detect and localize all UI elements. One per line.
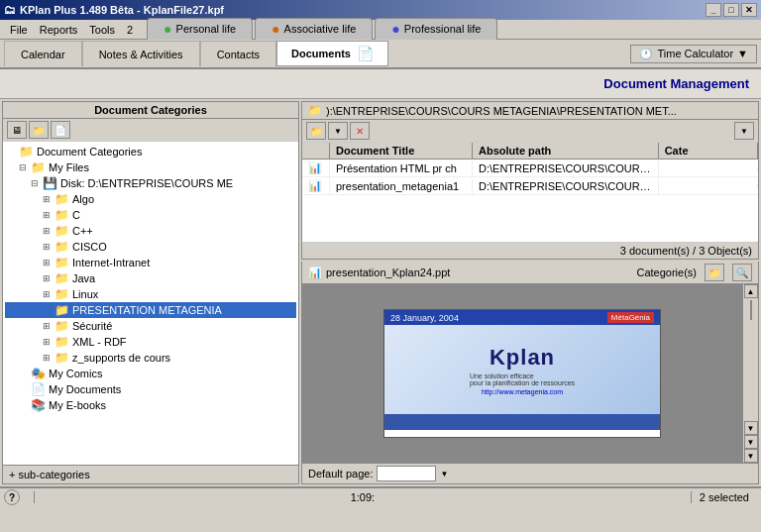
tab-professional-life[interactable]: ● Professional life (375, 18, 497, 40)
table-row[interactable]: 📊 Présentation HTML pr ch D:\ENTREPRISE\… (302, 160, 758, 177)
menu-tools[interactable]: Tools (83, 22, 121, 38)
folder-path-icon: 📁 (308, 104, 322, 117)
scroll-up-btn[interactable]: ▲ (744, 284, 758, 298)
tree-expand-icon[interactable]: ⊟ (31, 178, 43, 188)
tree-expand-icon[interactable]: ⊞ (43, 210, 54, 220)
default-page-label: Default page: (308, 468, 373, 479)
tree-expand-icon[interactable]: ⊟ (19, 162, 31, 172)
main-content: Document Categories 🖥 📁 📄 📁Document Cate… (0, 99, 761, 486)
tree-node[interactable]: 📄My Documents (5, 381, 296, 397)
tree-node-label: Document Categories (37, 146, 142, 158)
maximize-button[interactable]: □ (723, 3, 739, 17)
scroll-down2-btn[interactable]: ▼ (744, 435, 758, 449)
nav-contacts[interactable]: Contacts (200, 41, 276, 66)
tree-expand-icon[interactable]: ⊞ (43, 353, 54, 363)
toolbar-arrow-btn[interactable]: ▼ (328, 122, 348, 140)
default-page-input[interactable] (377, 466, 436, 481)
preview-search-btn[interactable]: 🔍 (732, 264, 752, 281)
tree-node[interactable]: ⊞📁XML - RDF (5, 334, 296, 350)
nav-documents[interactable]: Documents 📄 (276, 41, 388, 66)
help-icon: ? (4, 489, 20, 505)
menu-reports[interactable]: Reports (34, 22, 84, 38)
col-title: Document Title (330, 143, 473, 159)
folder-icon-btn[interactable]: 📁 (29, 121, 49, 139)
folder-icon: 📁 (54, 192, 69, 206)
nav-calendar[interactable]: Calendar (4, 41, 82, 66)
tab-personal-life[interactable]: ● Personal life (147, 18, 253, 40)
tree-node-label: My Files (49, 161, 89, 173)
slide-header: 28 January, 2004 MétaGénia (384, 310, 660, 325)
tree-node[interactable]: 📁Document Categories (5, 144, 296, 160)
nav-documents-label: Documents (291, 48, 351, 59)
toolbar-folder-btn[interactable]: 📁 (306, 122, 326, 140)
tree-expand-icon[interactable]: ⊞ (43, 273, 54, 283)
slide-link: http://www.metagenia.com (482, 388, 563, 395)
tree-node[interactable]: ⊞📁Sécurité (5, 318, 296, 334)
tree-node[interactable]: ⊞📁CISCO (5, 239, 296, 255)
menu-2[interactable]: 2 (121, 22, 139, 38)
tree-node[interactable]: ⊞📁C (5, 207, 296, 223)
tree-node[interactable]: 📁PRESENTATION METAGENIA (5, 302, 296, 318)
tree-node[interactable]: ⊞📁Java (5, 270, 296, 286)
dropdown-arrow-icon: ▼ (737, 48, 748, 59)
tree-node[interactable]: ⊞📁z_supports de cours (5, 350, 296, 366)
tree-node[interactable]: ⊞📁Internet-Intranet (5, 255, 296, 270)
slide-title: Kplan (489, 345, 555, 371)
disk-icon: 💾 (43, 176, 57, 190)
tree-expand-icon[interactable]: ⊞ (43, 289, 54, 299)
tree-area[interactable]: 📁Document Categories⊟📁My Files⊟💾Disk: D:… (3, 142, 298, 465)
close-button[interactable]: ✕ (741, 3, 757, 17)
td-path: D:\ENTREPRISE\COURS\COURS METAGE (473, 160, 659, 176)
tree-node[interactable]: ⊞📁Linux (5, 286, 296, 302)
tree-node[interactable]: ⊞📁C++ (5, 223, 296, 239)
folder-icon: 📁 (54, 335, 69, 349)
help-button[interactable]: ? (4, 489, 34, 505)
clock-icon: 🕐 (639, 48, 653, 60)
table-header: Document Title Absolute path Cate (302, 143, 758, 160)
table-row[interactable]: 📊 presentation_metagenia1 D:\ENTREPRISE\… (302, 177, 758, 195)
tree-node-label: Algo (72, 193, 94, 205)
tree-node[interactable]: ⊟📁My Files (5, 160, 296, 175)
tree-node-label: CISCO (72, 241, 107, 253)
time-calculator-button[interactable]: 🕐 Time Calculator ▼ (630, 45, 757, 63)
scroll-down3-btn[interactable]: ▼ (744, 449, 758, 463)
tree-node-label: My E-books (49, 399, 106, 411)
app-title: KPlan Plus 1.489 Bêta - KplanFile27.kpf (20, 4, 224, 16)
tree-expand-icon[interactable]: ⊞ (43, 242, 54, 252)
tree-node[interactable]: ⊞📁Algo (5, 191, 296, 207)
dropdown-arrow-icon[interactable]: ▼ (440, 470, 448, 479)
preview-header-right: Categorie(s) 📁 🔍 (636, 264, 752, 281)
minimize-button[interactable]: _ (706, 3, 721, 17)
tree-node-label: Internet-Intranet (72, 257, 150, 268)
tree-expand-icon[interactable]: ⊞ (43, 321, 54, 331)
tree-expand-icon[interactable]: ⊞ (43, 258, 54, 267)
slide-date: 28 January, 2004 (390, 313, 459, 323)
tree-expand-icon[interactable]: ⊞ (43, 337, 54, 347)
toolbar-left-group: 📁 ▼ ✕ (306, 122, 370, 140)
td-title: presentation_metagenia1 (330, 178, 473, 194)
preview-folder-btn[interactable]: 📁 (705, 264, 724, 281)
monitor-icon-btn[interactable]: 🖥 (7, 121, 27, 139)
documents-icon: 📄 (357, 46, 374, 61)
preview-slide-area: 28 January, 2004 MétaGénia Kplan Une sol… (302, 284, 742, 463)
scroll-track (748, 298, 754, 421)
app-icon: 🗂 (4, 3, 16, 17)
nav-notes-activities[interactable]: Notes & Activities (82, 41, 200, 66)
folder-icon: 📁 (54, 271, 69, 285)
menu-file[interactable]: File (4, 22, 34, 38)
tree-node[interactable]: ⊟💾Disk: D:\ENTREPRISE\COURS ME (5, 175, 296, 191)
status-bar: ? 1:09: 2 selected (0, 486, 761, 506)
tree-node-label: C (72, 209, 80, 221)
tree-expand-icon[interactable]: ⊞ (43, 194, 54, 204)
tree-node[interactable]: 🎭My Comics (5, 366, 296, 381)
file-icon-btn[interactable]: 📄 (51, 121, 70, 139)
tab-associative-life[interactable]: ● Associative life (255, 18, 373, 40)
scroll-down-btn[interactable]: ▼ (744, 421, 758, 435)
tree-node-label: z_supports de cours (72, 352, 170, 364)
tree-node[interactable]: 📚My E-books (5, 397, 296, 413)
preview-scrollbar[interactable]: ▲ ▼ ▼ ▼ (742, 284, 758, 463)
tree-expand-icon[interactable]: ⊞ (43, 226, 54, 236)
toolbar-right-btn[interactable]: ▼ (734, 122, 754, 140)
toolbar-delete-btn[interactable]: ✕ (350, 122, 370, 140)
nav-contacts-label: Contacts (217, 49, 260, 60)
